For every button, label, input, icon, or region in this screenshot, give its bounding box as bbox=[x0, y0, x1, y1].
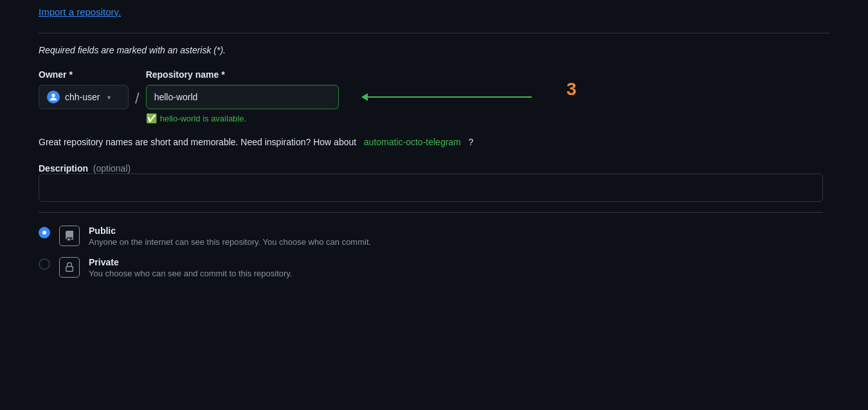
repo-name-input[interactable] bbox=[146, 85, 339, 109]
check-circle-icon: ✅ bbox=[146, 113, 157, 123]
public-content: Public Anyone on the internet can see th… bbox=[89, 226, 371, 247]
public-option[interactable]: Public Anyone on the internet can see th… bbox=[39, 226, 829, 247]
inspiration-after: ? bbox=[468, 137, 473, 147]
owner-label: Owner * bbox=[39, 69, 129, 80]
public-icon-wrap bbox=[59, 226, 80, 246]
owner-repo-row: Owner * chh-user ▾ / Repository name * bbox=[39, 69, 829, 123]
lock-icon bbox=[64, 262, 75, 272]
page-container: Import a repository. Required fields are… bbox=[0, 0, 868, 278]
private-radio[interactable] bbox=[39, 258, 50, 270]
private-description: You choose who can see and commit to thi… bbox=[89, 269, 293, 278]
owner-name-text: chh-user bbox=[65, 92, 100, 102]
chevron-down-icon: ▾ bbox=[107, 94, 111, 101]
private-option[interactable]: Private You choose who can see and commi… bbox=[39, 257, 829, 278]
description-input[interactable] bbox=[39, 174, 823, 202]
inspiration-suggestion-link[interactable]: automatic-octo-telegram bbox=[364, 137, 461, 147]
availability-text: hello-world is available. bbox=[160, 114, 246, 123]
public-description: Anyone on the internet can see this repo… bbox=[89, 237, 371, 247]
import-link[interactable]: Import a repository. bbox=[39, 6, 121, 17]
middle-divider bbox=[39, 212, 823, 213]
public-radio[interactable] bbox=[39, 227, 50, 238]
description-group: Description (optional) bbox=[39, 163, 829, 202]
arrow-svg bbox=[358, 84, 551, 110]
owner-dropdown[interactable]: chh-user ▾ bbox=[39, 85, 129, 109]
repo-name-label: Repository name * bbox=[146, 69, 339, 80]
private-icon-wrap bbox=[59, 257, 80, 278]
svg-marker-1 bbox=[361, 93, 368, 101]
owner-avatar bbox=[47, 91, 60, 103]
owner-group: Owner * chh-user ▾ bbox=[39, 69, 129, 109]
book-icon bbox=[64, 231, 75, 241]
public-title: Public bbox=[89, 226, 371, 236]
availability-msg: ✅ hello-world is available. bbox=[146, 113, 339, 123]
private-title: Private bbox=[89, 257, 293, 267]
annotation-number: 3 bbox=[566, 79, 577, 100]
inspiration-before: Great repository names are short and mem… bbox=[39, 137, 356, 147]
private-content: Private You choose who can see and commi… bbox=[89, 257, 293, 278]
visibility-section: Public Anyone on the internet can see th… bbox=[39, 226, 829, 278]
arrow-annotation: 3 bbox=[358, 84, 551, 110]
repo-name-group: Repository name * 3 ✅ hello-world bbox=[146, 69, 339, 123]
required-note: Required fields are marked with an aster… bbox=[39, 45, 829, 55]
path-separator: / bbox=[135, 86, 140, 111]
repo-name-wrapper: 3 bbox=[146, 85, 339, 109]
top-divider bbox=[39, 33, 829, 33]
inspiration-text: Great repository names are short and mem… bbox=[39, 135, 829, 149]
description-label: Description (optional) bbox=[39, 163, 131, 174]
